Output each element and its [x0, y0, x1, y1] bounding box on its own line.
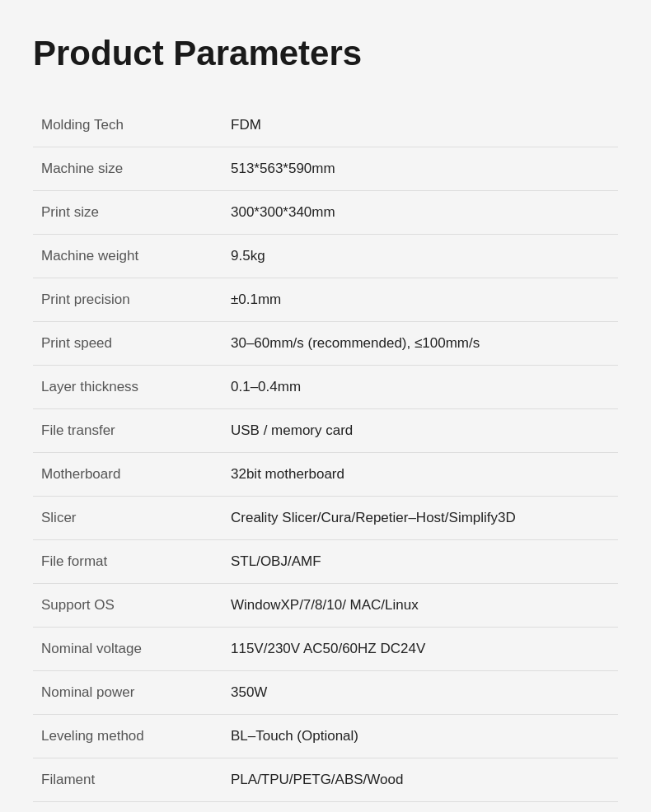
param-value: USB / memory card — [214, 409, 618, 453]
param-value: 300*300*340mm — [214, 191, 618, 235]
param-label: File transfer — [33, 409, 214, 453]
param-value: FDM — [214, 104, 618, 147]
param-label: Filament — [33, 758, 214, 802]
param-label: Molding Tech — [33, 104, 214, 147]
table-row: Machine size513*563*590mm — [33, 147, 618, 191]
param-label: File format — [33, 540, 214, 584]
table-row: Layer thickness0.1–0.4mm — [33, 366, 618, 409]
table-row: Nominal voltage115V/230V AC50/60HZ DC24V — [33, 628, 618, 671]
param-value: BL–Touch (Optional) — [214, 715, 618, 758]
table-row: Machine weight9.5kg — [33, 235, 618, 278]
table-row: Print speed30–60mm/s (recommended), ≤100… — [33, 322, 618, 366]
table-row: Print precision±0.1mm — [33, 278, 618, 322]
param-value: PLA/TPU/PETG/ABS/Wood — [214, 758, 618, 802]
param-value: WindowXP/7/8/10/ MAC/Linux — [214, 584, 618, 628]
param-label: Print size — [33, 191, 214, 235]
param-label: Print speed — [33, 322, 214, 366]
param-value: Creality Slicer/Cura/Repetier–Host/Simpl… — [214, 497, 618, 540]
param-value: ±0.1mm — [214, 278, 618, 322]
parameters-table: Molding TechFDMMachine size513*563*590mm… — [33, 104, 618, 802]
param-label: Nominal voltage — [33, 628, 214, 671]
table-row: File formatSTL/OBJ/AMF — [33, 540, 618, 584]
param-label: Machine size — [33, 147, 214, 191]
param-label: Print precision — [33, 278, 214, 322]
table-row: Leveling methodBL–Touch (Optional) — [33, 715, 618, 758]
table-row: FilamentPLA/TPU/PETG/ABS/Wood — [33, 758, 618, 802]
table-row: Molding TechFDM — [33, 104, 618, 147]
param-value: 9.5kg — [214, 235, 618, 278]
table-row: Motherboard32bit motherboard — [33, 453, 618, 497]
param-value: STL/OBJ/AMF — [214, 540, 618, 584]
table-row: Support OSWindowXP/7/8/10/ MAC/Linux — [33, 584, 618, 628]
table-row: File transferUSB / memory card — [33, 409, 618, 453]
param-label: Slicer — [33, 497, 214, 540]
param-label: Leveling method — [33, 715, 214, 758]
table-row: Nominal power350W — [33, 671, 618, 715]
param-value: 30–60mm/s (recommended), ≤100mm/s — [214, 322, 618, 366]
param-label: Layer thickness — [33, 366, 214, 409]
param-value: 0.1–0.4mm — [214, 366, 618, 409]
table-row: SlicerCreality Slicer/Cura/Repetier–Host… — [33, 497, 618, 540]
param-value: 115V/230V AC50/60HZ DC24V — [214, 628, 618, 671]
param-value: 350W — [214, 671, 618, 715]
table-row: Print size300*300*340mm — [33, 191, 618, 235]
param-label: Motherboard — [33, 453, 214, 497]
page-title: Product Parameters — [33, 33, 618, 74]
param-label: Support OS — [33, 584, 214, 628]
param-label: Machine weight — [33, 235, 214, 278]
param-label: Nominal power — [33, 671, 214, 715]
param-value: 513*563*590mm — [214, 147, 618, 191]
param-value: 32bit motherboard — [214, 453, 618, 497]
